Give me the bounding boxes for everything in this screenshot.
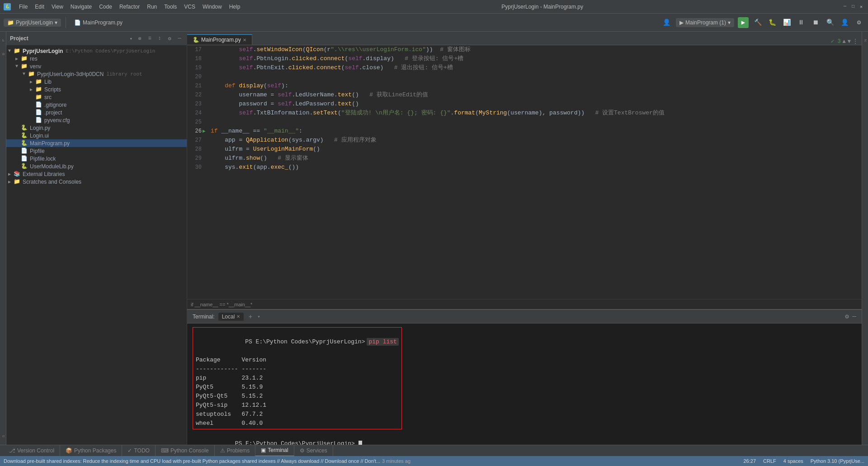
- profile-button[interactable]: 👤: [839, 17, 850, 28]
- tree-item-res[interactable]: ▶ 📁 res: [6, 55, 187, 62]
- terminal-line-sep: ------------ -------: [196, 365, 399, 374]
- terminal-line-header: Package Version: [196, 356, 399, 365]
- tree-item-src[interactable]: 📁 src: [6, 93, 187, 101]
- tree-item-venv[interactable]: ▼ 📁 venv: [6, 62, 187, 70]
- console-icon: ⌨: [161, 447, 169, 454]
- editor-more-icon[interactable]: ⋮: [853, 38, 858, 45]
- project-activity[interactable]: P: [0, 33, 6, 47]
- python-file-icon: 🐍: [21, 140, 28, 147]
- menu-tools[interactable]: Tools: [161, 3, 179, 11]
- tree-item-root[interactable]: ▼ 📁 PyprjUserLogin E:\Python Codes\Pyprj…: [6, 47, 187, 55]
- tree-item-lib[interactable]: ▶ 📁 Lib: [6, 78, 187, 86]
- terminal-dropdown-icon[interactable]: ▾: [257, 314, 260, 319]
- menu-run[interactable]: Run: [144, 3, 160, 11]
- sidebar-minimize-button[interactable]: —: [176, 35, 183, 42]
- terminal-local-tab[interactable]: Local ✕: [218, 313, 244, 321]
- tree-item-scratches[interactable]: ▶ 📁 Scratches and Consoles: [6, 178, 187, 185]
- tree-item-pipfilelock[interactable]: 📄 Pipfile.lock: [6, 155, 187, 162]
- collapse-all-button[interactable]: ≡: [146, 35, 153, 42]
- tree-label: MainProgram.py: [30, 140, 70, 147]
- bookmarks-activity[interactable]: B: [0, 47, 6, 61]
- tree-item-scripts[interactable]: ▶ 📁 Scripts: [6, 86, 187, 93]
- tree-item-project[interactable]: 📄 .project: [6, 109, 187, 116]
- run-button[interactable]: ▶: [738, 17, 749, 28]
- tab-python-packages[interactable]: 📦 Python Packages: [60, 445, 122, 456]
- tab-label-todo: TODO: [134, 447, 149, 454]
- terminal-line-pyqt5: PyQt5 5.15.9: [196, 383, 399, 392]
- sort-button[interactable]: ↕: [156, 35, 163, 42]
- tab-version-control[interactable]: ⎇ Version Control: [4, 445, 60, 456]
- tree-item-usermodule[interactable]: 🐍 UserModuleLib.py: [6, 162, 187, 170]
- menu-window[interactable]: Window: [200, 3, 225, 11]
- tree-item-lib-root[interactable]: ▼ 📁 PyprjUserLogin-3dHp0DCN library root: [6, 70, 187, 78]
- terminal-minimize-icon[interactable]: —: [853, 313, 856, 320]
- menu-refactor[interactable]: Refactor: [117, 3, 142, 11]
- search-button[interactable]: 🔍: [825, 17, 835, 28]
- status-bar: Download pre-built shared indexes: Reduc…: [0, 456, 868, 466]
- notifications-activity[interactable]: N: [863, 33, 868, 47]
- status-python-version[interactable]: Python 3.10 (PyprjUse...: [811, 458, 864, 464]
- coverage-button[interactable]: 📊: [781, 17, 792, 28]
- pause-button[interactable]: ⏸: [796, 17, 807, 28]
- status-indent[interactable]: 4 spaces: [783, 458, 803, 464]
- menu-vcs[interactable]: VCS: [181, 3, 198, 11]
- folder-icon: 📁: [35, 94, 42, 100]
- sidebar-title-dropdown[interactable]: ▾: [129, 36, 132, 42]
- editor-scroll-up[interactable]: ▲: [843, 38, 846, 45]
- terminal-settings-icon[interactable]: ⚙: [845, 313, 849, 320]
- menu-edit[interactable]: Edit: [32, 3, 47, 11]
- tree-item-external[interactable]: ▶ 📚 External Libraries: [6, 170, 187, 178]
- minimize-button[interactable]: ─: [842, 4, 848, 10]
- code-line-19: self.PbtnExit.clicked.connect(self.close…: [211, 63, 856, 72]
- status-position[interactable]: 26:27: [743, 458, 756, 464]
- tree-item-gitignore[interactable]: 📄 .gitignore: [6, 101, 187, 109]
- editor-tab-mainprogram[interactable]: 🐍 MainProgram.py ✕: [187, 34, 252, 45]
- editor-scroll-down[interactable]: ▼: [848, 38, 851, 45]
- tab-python-console[interactable]: ⌨ Python Console: [156, 445, 215, 456]
- tree-item-pyvenv[interactable]: 📄 pyvenv.cfg: [6, 116, 187, 124]
- structure-activity[interactable]: S: [0, 429, 6, 443]
- tree-item-mainprogram[interactable]: 🐍 MainProgram.py: [6, 139, 187, 147]
- menu-code[interactable]: Code: [96, 3, 115, 11]
- status-download-msg[interactable]: Download pre-built shared indexes: Reduc…: [4, 458, 380, 464]
- debug-button[interactable]: 🐛: [767, 17, 778, 28]
- terminal-prompt2: PS E:\Python Codes\PyprjUserLogin>: [235, 440, 359, 445]
- code-line-26: ▶ if __name__ == "__main__":: [211, 127, 856, 136]
- package-icon: 📦: [66, 447, 72, 454]
- tree-item-pipfile[interactable]: 📄 Pipfile: [6, 147, 187, 155]
- tree-item-loginui[interactable]: 🐍 Login.ui: [6, 132, 187, 139]
- menu-navigate[interactable]: Navigate: [68, 3, 94, 11]
- tree-label: PyprjUserLogin-3dHp0DCN: [37, 71, 104, 77]
- line-num-24: 24: [191, 109, 202, 118]
- sidebar-settings-button[interactable]: ⚙: [166, 35, 173, 42]
- tab-services[interactable]: ⚙ Services: [294, 445, 333, 456]
- menu-help[interactable]: Help: [226, 3, 243, 11]
- code-editor[interactable]: 17 18 19 20 21 22 23 24 25 26 27 28 29 3…: [187, 45, 862, 299]
- tree-label: Pipfile.lock: [30, 156, 56, 162]
- user-icon[interactable]: 👤: [661, 17, 672, 28]
- maximize-button[interactable]: □: [850, 4, 856, 10]
- line-num-22: 22: [191, 90, 202, 100]
- locate-file-button[interactable]: ⊕: [136, 35, 143, 42]
- run-config-selector[interactable]: ▶ MainProgram (1) ▾: [676, 18, 734, 27]
- tree-item-loginpy[interactable]: 🐍 Login.py: [6, 124, 187, 132]
- file-icon: 📄: [35, 117, 42, 124]
- status-line-sep[interactable]: CRLF: [763, 458, 776, 464]
- tab-close-button[interactable]: ✕: [243, 38, 246, 43]
- terminal-new-button[interactable]: ＋: [247, 313, 254, 321]
- settings-button[interactable]: ⚙: [854, 17, 864, 28]
- tab-todo[interactable]: ✓ TODO: [122, 445, 155, 456]
- build-button[interactable]: 🔨: [752, 17, 763, 28]
- left-activity-bar: P B S: [0, 32, 6, 445]
- project-selector[interactable]: 📁 PyprjUserLogin ▾: [4, 19, 61, 27]
- close-button[interactable]: ✕: [858, 4, 864, 10]
- stop-button[interactable]: ⏹: [810, 17, 821, 28]
- terminal-close-icon[interactable]: ✕: [236, 314, 240, 319]
- terminal-cmd: pip list: [367, 338, 398, 346]
- terminal-body[interactable]: PS E:\Python Codes\PyprjUserLogin>pip li…: [187, 323, 862, 445]
- menu-file[interactable]: File: [16, 3, 30, 11]
- tab-problems[interactable]: ⚠ Problems: [215, 445, 256, 456]
- line-num-18: 18: [191, 54, 202, 63]
- tab-terminal[interactable]: ▣ Terminal: [255, 445, 294, 456]
- menu-view[interactable]: View: [49, 3, 66, 11]
